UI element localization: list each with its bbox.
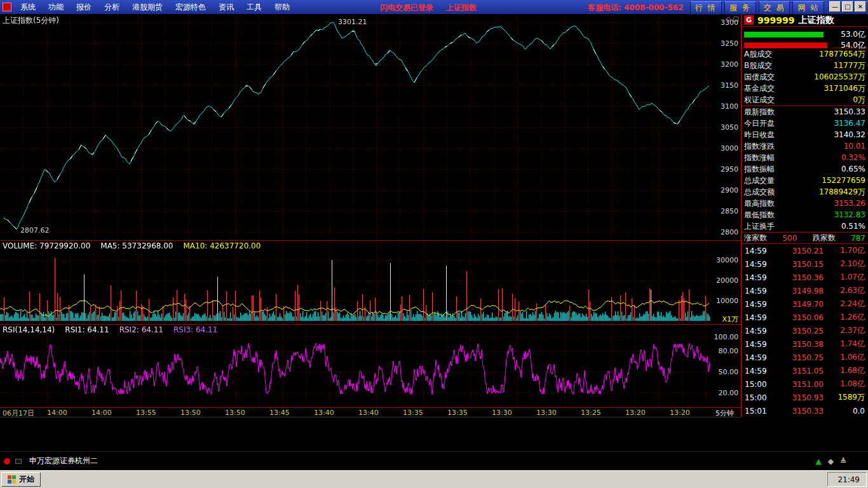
stat-row[interactable]: 今日开盘3136.47 <box>742 118 868 129</box>
price-axis-label: 3000 <box>721 144 738 152</box>
tick-price: 3150.15 <box>771 260 824 269</box>
stat-row[interactable]: 指数涨跌10.01 <box>742 140 868 152</box>
peak-annotation: 3301.21 <box>338 18 367 26</box>
tick-price: 3150.25 <box>771 327 824 336</box>
tick-price: 3151.05 <box>771 367 824 376</box>
stat-row[interactable]: 总成交量152277659 <box>742 175 868 186</box>
minimize-button[interactable]: — <box>829 1 841 12</box>
rsi-chart-canvas[interactable] <box>0 325 712 408</box>
stat-label: 今日开盘 <box>744 118 775 129</box>
service-phone: 客服电话: 4008-000-562 <box>588 3 683 13</box>
rsi-axis-label: 80.00 <box>719 347 739 355</box>
menu-item[interactable]: 工具 <box>240 2 268 13</box>
login-status: 闪电交易已登录 上证指数 <box>380 3 477 13</box>
tick-amount: 1.07亿 <box>824 272 865 283</box>
stat-row[interactable]: 国债成交106025537万 <box>742 71 868 83</box>
menu-item[interactable]: 港股期货 <box>126 2 169 13</box>
quick-buttons: 行 情服 务交 易网 站 <box>690 1 824 15</box>
quick-button[interactable]: 服 务 <box>724 1 756 15</box>
stat-row[interactable]: 指数涨幅0.32% <box>742 152 868 163</box>
tick-row[interactable]: 14:593150.252.37亿 <box>742 324 868 337</box>
tick-row[interactable]: 14:593150.211.70亿 <box>742 244 868 257</box>
taskbar: 开始 21:49 <box>0 470 868 488</box>
menu-item[interactable]: 宏源特色 <box>169 2 212 13</box>
turnover-stats: A股成交17877654万B股成交11777万国债成交106025537万基金成… <box>742 48 868 106</box>
market-status-icon <box>4 458 10 464</box>
volume-pane: VOLUME: 79729920.00MA5: 53732968.00MA10:… <box>0 240 741 324</box>
tick-time: 14:59 <box>745 260 771 269</box>
volume-chart-canvas[interactable] <box>0 241 712 325</box>
tick-amount: 1589万 <box>824 392 865 403</box>
time-axis-label: 13:30 <box>536 409 557 417</box>
expand-tab-bar <box>0 428 1 440</box>
close-button[interactable]: ✕ <box>855 1 866 12</box>
tick-row[interactable]: 15:003151.001.08亿 <box>742 377 868 391</box>
volume-axis-label: 30000 <box>716 256 738 264</box>
market-badge: G <box>744 15 754 25</box>
tick-row[interactable]: 14:593150.751.06亿 <box>742 351 868 364</box>
tick-time: 14:59 <box>745 247 771 255</box>
tick-row[interactable]: 14:593149.702.24亿 <box>742 297 868 311</box>
menu-item[interactable]: 报价 <box>70 2 98 13</box>
quick-button[interactable]: 交 易 <box>759 1 790 15</box>
tick-row[interactable]: 15:013150.330.0 <box>742 404 868 417</box>
stat-row[interactable]: 昨日收盘3140.32 <box>742 129 868 140</box>
time-axis-label: 13:40 <box>314 409 334 417</box>
tick-amount: 2.37亿 <box>824 325 865 336</box>
stat-row[interactable]: 最低指数3132.83 <box>742 209 868 220</box>
network-icon[interactable]: ◆ <box>828 457 834 466</box>
expand-up-icon[interactable]: ≜ <box>840 457 846 466</box>
tick-time: 14:59 <box>745 300 771 309</box>
stat-value: 3132.83 <box>834 210 865 219</box>
tick-amount: 1.06亿 <box>824 352 865 363</box>
mark-icon[interactable]: ◇ <box>726 15 731 22</box>
quick-button[interactable]: 行 情 <box>690 1 722 15</box>
stat-label: 指数涨跌 <box>744 141 775 152</box>
up-arrow-icon[interactable]: ▲ <box>815 457 821 466</box>
menu-bar: 系统功能报价分析港股期货宏源特色资讯工具帮助 闪电交易已登录 上证指数 客服电话… <box>0 0 868 14</box>
menu-item[interactable]: 系统 <box>14 2 42 13</box>
tick-row[interactable]: 14:593150.361.07亿 <box>742 271 868 284</box>
stat-row[interactable]: 基金成交3171046万 <box>742 83 868 94</box>
time-axis-label: 13:35 <box>447 409 468 417</box>
stat-row[interactable]: 指数振幅0.65% <box>742 163 868 175</box>
restore-pane-icon[interactable]: □ <box>733 15 739 22</box>
tick-row[interactable]: 15:003150.931589万 <box>742 391 868 404</box>
menu-item[interactable]: 帮助 <box>268 2 296 13</box>
tick-row[interactable]: 14:593150.381.74亿 <box>742 337 868 351</box>
stat-row[interactable]: 总成交额17889429万 <box>742 186 868 198</box>
stat-label: 基金成交 <box>744 83 775 94</box>
menu-item[interactable]: 资讯 <box>212 2 240 13</box>
stock-name: 上证指数 <box>798 15 834 26</box>
quote-header[interactable]: G 999999 上证指数 <box>742 14 868 27</box>
price-axis-label: 3150 <box>721 81 738 90</box>
tick-row[interactable]: 14:593150.061.26亿 <box>742 311 868 324</box>
start-button[interactable]: 开始 <box>1 472 41 487</box>
tick-row[interactable]: 14:593151.051.68亿 <box>742 364 868 377</box>
maximize-button[interactable]: □ <box>842 1 853 12</box>
tick-row[interactable]: 14:593150.152.10亿 <box>742 257 868 271</box>
tick-amount: 2.10亿 <box>824 259 865 269</box>
menu-item[interactable]: 功能 <box>42 2 70 13</box>
app-window: 系统功能报价分析港股期货宏源特色资讯工具帮助 闪电交易已登录 上证指数 客服电话… <box>0 0 868 488</box>
window-controls: —□✕ <box>829 1 866 12</box>
stat-row[interactable]: B股成交11777万 <box>742 60 868 71</box>
app-logo-icon <box>3 3 11 11</box>
stat-row[interactable]: 最高指数3153.26 <box>742 198 868 209</box>
stat-row[interactable]: 上证换手0.51% <box>742 220 868 232</box>
tick-price: 3150.38 <box>771 340 824 349</box>
tick-amount: 1.68亿 <box>824 365 865 376</box>
tick-time: 15:01 <box>745 407 771 416</box>
stat-value: 3153.26 <box>834 199 865 208</box>
quick-button[interactable]: 网 站 <box>792 1 824 15</box>
price-chart-canvas[interactable] <box>0 14 712 240</box>
chart-corner-icons: ◇□ <box>726 15 739 22</box>
tick-row[interactable]: 14:593149.982.63亿 <box>742 284 868 297</box>
tick-time: 14:59 <box>745 340 771 349</box>
stat-row[interactable]: A股成交17877654万 <box>742 48 868 60</box>
menu-item[interactable]: 分析 <box>98 2 126 13</box>
stat-row[interactable]: 权证成交0万 <box>742 94 868 105</box>
price-axis-label: 3100 <box>721 102 738 111</box>
stat-row[interactable]: 最新指数3150.33 <box>742 106 868 118</box>
menu-items: 系统功能报价分析港股期货宏源特色资讯工具帮助 <box>14 2 296 13</box>
